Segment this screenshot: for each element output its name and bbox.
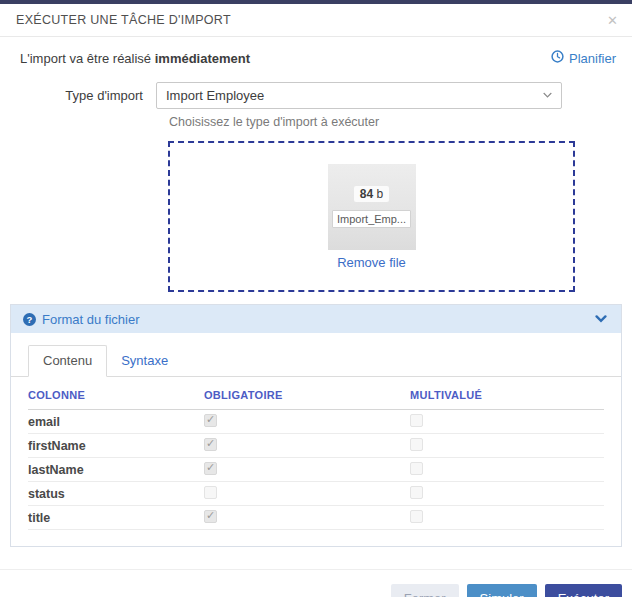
obligatoire-checkbox[interactable] <box>204 510 217 523</box>
schedule-text-immediately: immédiatement <box>155 51 250 66</box>
multivalue-checkbox[interactable] <box>410 438 423 451</box>
format-header-left: ? Format du fichier <box>23 312 140 327</box>
table-row: title <box>28 506 604 530</box>
schedule-text: L'import va être réalisé immédiatement <box>20 51 250 66</box>
tab-syntaxe[interactable]: Syntaxe <box>107 346 182 376</box>
schedule-text-prefix: L'import va être réalisé <box>20 51 155 66</box>
multivalue-checkbox-cell <box>410 461 604 479</box>
multivalue-checkbox[interactable] <box>410 414 423 427</box>
modal-footer: Fermer Simuler Exécuter <box>0 569 632 597</box>
remove-file-link[interactable]: Remove file <box>337 255 406 270</box>
format-panel-title: Format du fichier <box>42 312 140 327</box>
file-dropzone[interactable]: 84 b Import_Emp... Remove file <box>168 141 575 292</box>
multivalue-checkbox-cell <box>410 413 604 431</box>
file-size-value: 84 <box>360 187 373 201</box>
planifier-link[interactable]: Planifier <box>551 50 616 66</box>
column-name: status <box>28 487 204 501</box>
fermer-button[interactable]: Fermer <box>391 584 459 597</box>
format-panel: ? Format du fichier ContenuSyntaxe COLON… <box>10 304 622 547</box>
file-size-badge: 84 b <box>354 186 389 202</box>
planifier-label: Planifier <box>569 51 616 66</box>
chevron-down-icon <box>543 90 552 100</box>
table-header-row: COLONNE OBLIGATOIRE MULTIVALUÉ <box>28 377 604 410</box>
column-name: firstName <box>28 439 204 453</box>
table-row: email <box>28 410 604 434</box>
column-name: lastName <box>28 463 204 477</box>
obligatoire-checkbox[interactable] <box>204 462 217 475</box>
obligatoire-checkbox-cell <box>204 485 410 503</box>
obligatoire-checkbox-cell <box>204 509 410 527</box>
modal-header: EXÉCUTER UNE TÂCHE D'IMPORT ✕ <box>0 4 632 37</box>
header-multivalue: MULTIVALUÉ <box>410 389 604 401</box>
uploaded-file-card: 84 b Import_Emp... <box>328 164 416 250</box>
multivalue-checkbox-cell <box>410 509 604 527</box>
obligatoire-checkbox-cell <box>204 413 410 431</box>
modal-title: EXÉCUTER UNE TÂCHE D'IMPORT <box>16 13 231 27</box>
multivalue-checkbox-cell <box>410 437 604 455</box>
multivalue-checkbox[interactable] <box>410 510 423 523</box>
file-name-badge: Import_Emp... <box>332 210 411 228</box>
multivalue-checkbox-cell <box>410 485 604 503</box>
simuler-button[interactable]: Simuler <box>467 584 537 597</box>
import-type-select[interactable]: Import Employee <box>156 82 562 109</box>
obligatoire-checkbox-cell <box>204 461 410 479</box>
import-type-row: Type d'import Import Employee <box>0 82 632 109</box>
multivalue-checkbox[interactable] <box>410 486 423 499</box>
import-type-helper: Choisissez le type d'import à exécuter <box>169 115 632 129</box>
executer-button[interactable]: Exécuter <box>545 584 622 597</box>
obligatoire-checkbox-cell <box>204 437 410 455</box>
schedule-row: L'import va être réalisé immédiatement P… <box>0 37 632 76</box>
obligatoire-checkbox[interactable] <box>204 486 217 499</box>
import-type-selected-value: Import Employee <box>166 88 264 103</box>
collapse-chevron-icon[interactable] <box>595 315 607 323</box>
tab-contenu[interactable]: Contenu <box>28 345 107 377</box>
table-row: firstName <box>28 434 604 458</box>
format-table: COLONNE OBLIGATOIRE MULTIVALUÉ emailfirs… <box>11 377 621 546</box>
file-size-unit: b <box>377 187 384 201</box>
column-name: email <box>28 415 204 429</box>
table-row: status <box>28 482 604 506</box>
clock-icon <box>551 50 564 66</box>
close-icon[interactable]: ✕ <box>607 14 618 27</box>
obligatoire-checkbox[interactable] <box>204 438 217 451</box>
import-type-label: Type d'import <box>0 88 156 103</box>
multivalue-checkbox[interactable] <box>410 462 423 475</box>
format-table-body: emailfirstNamelastNamestatustitle <box>28 410 604 530</box>
header-obligatoire: OBLIGATOIRE <box>204 389 410 401</box>
help-icon: ? <box>23 313 36 326</box>
format-panel-header[interactable]: ? Format du fichier <box>11 305 621 333</box>
header-colonne: COLONNE <box>28 389 204 401</box>
table-row: lastName <box>28 458 604 482</box>
column-name: title <box>28 511 204 525</box>
format-tabs: ContenuSyntaxe <box>11 333 621 377</box>
obligatoire-checkbox[interactable] <box>204 414 217 427</box>
